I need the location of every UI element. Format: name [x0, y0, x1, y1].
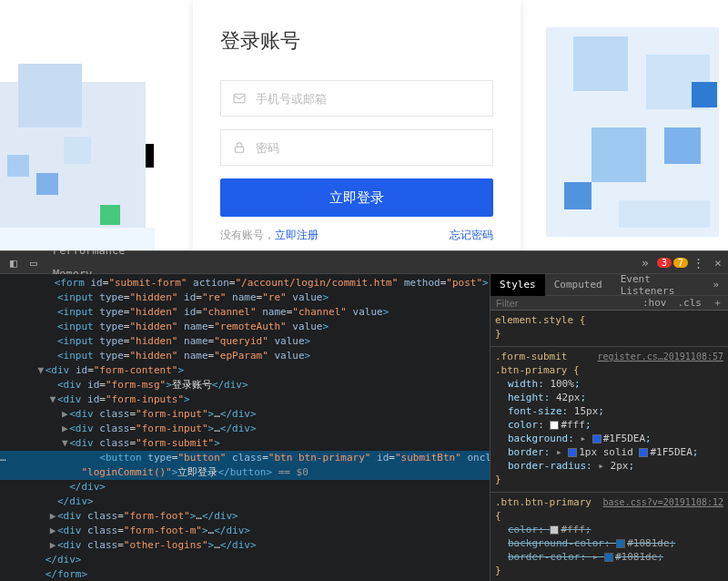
svg-rect-13	[619, 200, 710, 228]
close-devtools-icon[interactable]: ×	[708, 256, 728, 270]
dom-line[interactable]: <form id="submit-form" action="/account/…	[0, 276, 490, 290]
kebab-menu-icon[interactable]: ⋮	[688, 256, 708, 270]
dom-line[interactable]: ▶<div class="form-input">…</div>	[0, 422, 490, 436]
dom-line[interactable]: </div>	[0, 480, 490, 494]
styles-tab-styles[interactable]: Styles	[490, 274, 545, 296]
css-prop[interactable]: color: #fff;	[495, 418, 723, 432]
username-field[interactable]	[256, 92, 481, 106]
css-rule[interactable]: register.cs…20191108:57.form-submit .btn…	[490, 347, 728, 493]
styles-panel: StylesComputedEvent Listeners» :hov .cls…	[490, 274, 728, 581]
dom-line[interactable]: <input type="hidden" name="epParam" valu…	[0, 349, 490, 363]
css-prop[interactable]: background: ▸ #1F5DEA;	[495, 432, 723, 445]
bg-decor-right	[537, 18, 728, 246]
dom-line[interactable]: <input type="hidden" name="remoteAuth" v…	[0, 320, 490, 334]
dom-line[interactable]: <input type="hidden" id="channel" name="…	[0, 305, 490, 320]
svg-rect-16	[235, 147, 243, 152]
styles-tab-computed[interactable]: Computed	[545, 274, 612, 296]
add-style-icon[interactable]: ＋	[707, 296, 728, 310]
svg-rect-4	[64, 137, 91, 164]
login-title: 登录账号	[220, 27, 493, 55]
lock-icon	[232, 140, 247, 155]
dom-line[interactable]: ▼<div class="form-submit">	[0, 436, 490, 451]
forgot-password-link[interactable]: 忘记密码	[450, 228, 493, 243]
styles-tab-event-listeners[interactable]: Event Listeners	[612, 274, 704, 296]
dom-line[interactable]: ▼<div id="form-inputs">	[0, 392, 490, 407]
bg-decor-left	[0, 46, 155, 250]
styles-filterbar: :hov .cls ＋	[490, 296, 728, 311]
svg-rect-11	[592, 127, 646, 182]
svg-rect-3	[36, 173, 58, 195]
element-style-rule[interactable]: element.style {}	[490, 311, 728, 347]
css-prop[interactable]: border-color: ▸ #1081de;	[495, 550, 723, 564]
dom-line[interactable]: </div>	[0, 553, 490, 567]
css-rule[interactable]: base.css?v=20191108:12.btn.btn-primary {…	[490, 493, 728, 581]
styles-more-icon[interactable]: »	[703, 274, 728, 296]
styles-tabbar: StylesComputedEvent Listeners»	[490, 274, 728, 296]
svg-rect-12	[564, 182, 592, 209]
svg-rect-14	[692, 82, 717, 107]
cls-toggle[interactable]: .cls	[672, 297, 708, 309]
login-footer: 没有账号，立即注册 忘记密码	[220, 228, 493, 243]
dom-line[interactable]: ▶<div class="form-input">…</div>	[0, 407, 490, 422]
dom-line[interactable]: "loginCommit()">立即登录</button> == $0	[0, 465, 490, 480]
dom-line[interactable]: ▶<div class="other-logins">…</div>	[0, 538, 490, 553]
dom-line[interactable]: <input type="hidden" id="re" name="re" v…	[0, 290, 490, 305]
inspect-icon[interactable]: ◧	[4, 256, 24, 270]
dom-line[interactable]: <div id="form-msg">登录账号</div>	[0, 378, 490, 392]
dom-line[interactable]: <input type="hidden" name="queryid" valu…	[0, 334, 490, 349]
css-prop[interactable]: border-radius: ▸ 2px;	[495, 459, 723, 473]
devtools-tabbar: ◧ ▭ ElementsConsoleSourcesNetworkPerform…	[0, 250, 728, 274]
svg-rect-15	[234, 94, 245, 102]
dom-line[interactable]: ▼<div id="form-content">	[0, 363, 490, 378]
styles-filter-input[interactable]	[490, 298, 637, 309]
svg-rect-10	[664, 127, 701, 164]
dom-line[interactable]: </form>	[0, 567, 490, 581]
password-field[interactable]	[256, 141, 481, 155]
no-account-text: 没有账号，	[220, 229, 275, 241]
css-prop[interactable]: font-size: 15px;	[495, 404, 723, 418]
devtools: ◧ ▭ ElementsConsoleSourcesNetworkPerform…	[0, 250, 728, 581]
login-card: 登录账号 立即登录 没有账号，立即注册 忘记密码	[193, 0, 521, 250]
dom-line[interactable]: ▶<div class="form-foot">…</div>	[0, 509, 490, 524]
css-prop[interactable]: border: ▸ 1px solid #1F5DEA;	[495, 445, 723, 459]
svg-rect-5	[100, 205, 120, 225]
device-toggle-icon[interactable]: ▭	[24, 256, 44, 270]
css-prop[interactable]: color: #fff;	[495, 523, 723, 536]
elements-tree[interactable]: <form id="submit-form" action="/account/…	[0, 274, 490, 581]
css-prop[interactable]: background-color: #1081de;	[495, 536, 723, 550]
rule-source-link[interactable]: base.css?v=20191108:12	[603, 495, 723, 509]
register-link[interactable]: 立即注册	[275, 229, 318, 241]
css-prop[interactable]: height: 42px;	[495, 391, 723, 404]
login-submit-button[interactable]: 立即登录	[220, 178, 493, 217]
svg-rect-6	[0, 228, 155, 250]
svg-rect-1	[18, 64, 82, 127]
rule-source-link[interactable]: register.cs…20191108:57	[598, 350, 723, 363]
mail-icon	[232, 91, 247, 106]
css-prop[interactable]: width: 100%;	[495, 377, 723, 391]
warn-count[interactable]: 7	[673, 258, 688, 268]
dom-line[interactable]: </div>	[0, 494, 490, 509]
svg-rect-2	[7, 155, 29, 177]
svg-rect-8	[573, 36, 628, 91]
dom-line[interactable]: … <button type="button" class="btn btn-p…	[0, 451, 490, 465]
dom-line[interactable]: ▶<div class="form-foot-m">…</div>	[0, 524, 490, 538]
more-tabs-icon[interactable]: »	[635, 256, 655, 270]
username-input-box[interactable]	[220, 80, 493, 117]
password-input-box[interactable]	[220, 129, 493, 166]
error-count[interactable]: 3	[657, 258, 672, 268]
page-top: 登录账号 立即登录 没有账号，立即注册 忘记密码	[0, 0, 728, 250]
hov-toggle[interactable]: :hov	[637, 297, 672, 309]
